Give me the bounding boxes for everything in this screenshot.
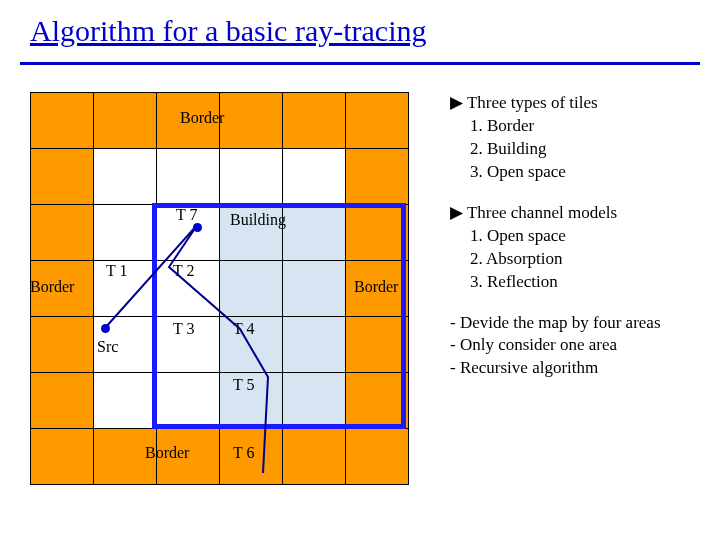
note-3: - Recursive algorithm — [450, 357, 710, 380]
title-underline — [20, 62, 700, 65]
note-1: - Devide the map by four areas — [450, 312, 710, 335]
note-2: - Only consider one area — [450, 334, 710, 357]
t3-label: T 3 — [173, 320, 194, 338]
tiles-block: ▶ Three types of tiles 1. Border 2. Buil… — [450, 92, 710, 184]
models-3: 3. Reflection — [470, 271, 710, 294]
tiles-3: 3. Open space — [470, 161, 710, 184]
models-head: ▶ Three channel models — [450, 202, 710, 225]
border-right-label: Border — [354, 278, 398, 296]
t4-label: T 4 — [233, 320, 254, 338]
models-2: 2. Absorption — [470, 248, 710, 271]
tiles-head: ▶ Three types of tiles — [450, 92, 710, 115]
t5-label: T 5 — [233, 376, 254, 394]
src-label: Src — [97, 338, 118, 356]
t7-label: T 7 — [176, 206, 197, 224]
t2-label: T 2 — [173, 262, 194, 280]
notes-block: - Devide the map by four areas - Only co… — [450, 312, 710, 381]
page-title: Algorithm for a basic ray-tracing — [30, 14, 427, 48]
building-outline — [152, 203, 406, 429]
t1-label: T 1 — [106, 262, 127, 280]
border-top-label: Border — [180, 109, 224, 127]
src-dot — [101, 324, 110, 333]
border-bottom-label: Border — [145, 444, 189, 462]
models-block: ▶ Three channel models 1. Open space 2. … — [450, 202, 710, 294]
border-left-label: Border — [30, 278, 74, 296]
t6-label: T 6 — [233, 444, 254, 462]
t7-dot — [193, 223, 202, 232]
tiles-1: 1. Border — [470, 115, 710, 138]
models-1: 1. Open space — [470, 225, 710, 248]
right-panel: ▶ Three types of tiles 1. Border 2. Buil… — [450, 92, 710, 398]
tiles-2: 2. Building — [470, 138, 710, 161]
building-label: Building — [230, 211, 286, 229]
